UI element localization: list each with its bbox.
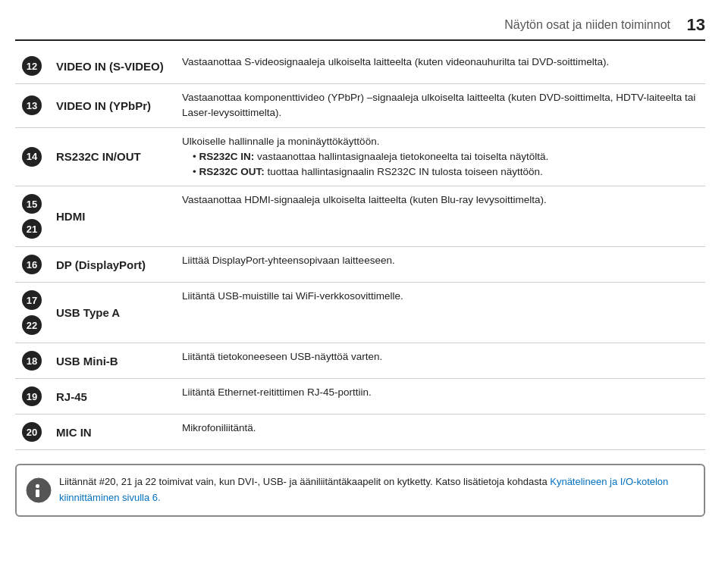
row-description: Liitäntä USB-muistille tai WiFi-verkkoso… <box>177 283 705 343</box>
badge: 14 <box>22 147 42 167</box>
badge: 21 <box>22 219 42 239</box>
row-number: 12 <box>15 48 49 84</box>
badge: 22 <box>22 315 42 335</box>
desc-text: Mikrofoniliitäntä. <box>182 421 701 436</box>
row-name: MIC IN <box>49 415 177 450</box>
note-text: Liitännät #20, 21 ja 22 toimivat vain, k… <box>59 476 550 487</box>
badge: 12 <box>22 56 42 76</box>
row-number: 18 <box>15 343 49 379</box>
row-name: DP (DisplayPort) <box>49 247 177 283</box>
svg-rect-1 <box>36 484 39 488</box>
page-number: 13 <box>682 15 705 35</box>
page-title: Näytön osat ja niiden toiminnot <box>15 18 682 32</box>
badge: 17 <box>22 290 42 310</box>
row-number: 19 <box>15 379 49 415</box>
desc-text: Vastaanottaa S-videosignaaleja ulkoiselt… <box>182 55 701 70</box>
row-name: VIDEO IN (S-VIDEO) <box>49 48 177 84</box>
row-description: Vastaanottaa HDMI-signaaleja ulkoiselta … <box>177 186 705 247</box>
row-description: Liittää DisplayPort-yhteensopivaan laitt… <box>177 247 705 283</box>
row-name: RJ-45 <box>49 379 177 415</box>
badges-stack: 1521 <box>20 192 44 240</box>
badge: 16 <box>22 255 42 274</box>
bullet-bold: RS232C IN: <box>199 151 254 162</box>
desc-text: Vastaanottaa komponenttivideo (YPbPr) –s… <box>182 90 701 121</box>
row-description: Liitäntä tietokoneeseen USB-näyttöä vart… <box>177 343 705 379</box>
row-description: Vastaanottaa S-videosignaaleja ulkoiselt… <box>177 48 705 84</box>
desc-text: Liittää DisplayPort-yhteensopivaan laitt… <box>182 253 701 268</box>
row-number: 16 <box>15 247 49 283</box>
row-description: Ulkoiselle hallinnalle ja moninäyttökäyt… <box>177 127 705 186</box>
row-name: USB Type A <box>49 283 177 343</box>
row-name: USB Mini-B <box>49 343 177 379</box>
row-number: 1722 <box>15 283 49 343</box>
table-row: 14RS232C IN/OUTUlkoiselle hallinnalle ja… <box>15 127 705 186</box>
badge: 15 <box>22 194 42 214</box>
row-name: VIDEO IN (YPbPr) <box>49 84 177 128</box>
row-name: RS232C IN/OUT <box>49 127 177 186</box>
table-row: 19RJ-45Liitäntä Ethernet-reitittimen RJ-… <box>15 379 705 415</box>
desc-text: Liitäntä tietokoneeseen USB-näyttöä vart… <box>182 349 701 364</box>
badge: 13 <box>22 95 42 115</box>
page: Näytön osat ja niiden toiminnot 13 12VID… <box>0 0 728 585</box>
content-table: 12VIDEO IN (S-VIDEO)Vastaanottaa S-video… <box>15 48 705 450</box>
badge: 20 <box>22 422 42 442</box>
desc-text: Liitäntä USB-muistille tai WiFi-verkkoso… <box>182 289 701 304</box>
page-header: Näytön osat ja niiden toiminnot 13 <box>15 15 705 41</box>
row-description: Liitäntä Ethernet-reitittimen RJ-45-port… <box>177 379 705 415</box>
badge: 19 <box>22 386 42 406</box>
table-row: 20MIC INMikrofoniliitäntä. <box>15 415 705 450</box>
table-row: 1521HDMIVastaanottaa HDMI-signaaleja ulk… <box>15 186 705 247</box>
desc-bullet: RS232C IN: vastaanottaa hallintasignaale… <box>193 149 701 164</box>
table-row: 1722USB Type ALiitäntä USB-muistille tai… <box>15 283 705 343</box>
table-row: 16DP (DisplayPort)Liittää DisplayPort-yh… <box>15 247 705 283</box>
table-row: 12VIDEO IN (S-VIDEO)Vastaanottaa S-video… <box>15 48 705 84</box>
note-box: Liitännät #20, 21 ja 22 toimivat vain, k… <box>15 464 705 517</box>
row-number: 13 <box>15 84 49 128</box>
desc-bullet: RS232C OUT: tuottaa hallintasignaalin RS… <box>193 164 701 180</box>
bullet-bold: RS232C OUT: <box>199 166 264 177</box>
note-icon <box>26 477 52 503</box>
desc-text: Vastaanottaa HDMI-signaaleja ulkoiselta … <box>182 192 701 208</box>
row-name: HDMI <box>49 186 177 247</box>
badge: 18 <box>22 351 42 371</box>
badges-stack: 1722 <box>20 289 44 336</box>
row-description: Vastaanottaa komponenttivideo (YPbPr) –s… <box>177 84 705 128</box>
table-row: 18USB Mini-BLiitäntä tietokoneeseen USB-… <box>15 343 705 379</box>
row-number: 20 <box>15 415 49 450</box>
row-number: 1521 <box>15 186 49 247</box>
row-description: Mikrofoniliitäntä. <box>177 415 705 450</box>
svg-rect-2 <box>36 490 39 497</box>
row-number: 14 <box>15 127 49 186</box>
desc-text: Ulkoiselle hallinnalle ja moninäyttökäyt… <box>182 134 701 149</box>
table-row: 13VIDEO IN (YPbPr)Vastaanottaa komponent… <box>15 84 705 128</box>
desc-text: Liitäntä Ethernet-reitittimen RJ-45-port… <box>182 385 701 400</box>
name-bold: DP <box>56 258 72 271</box>
